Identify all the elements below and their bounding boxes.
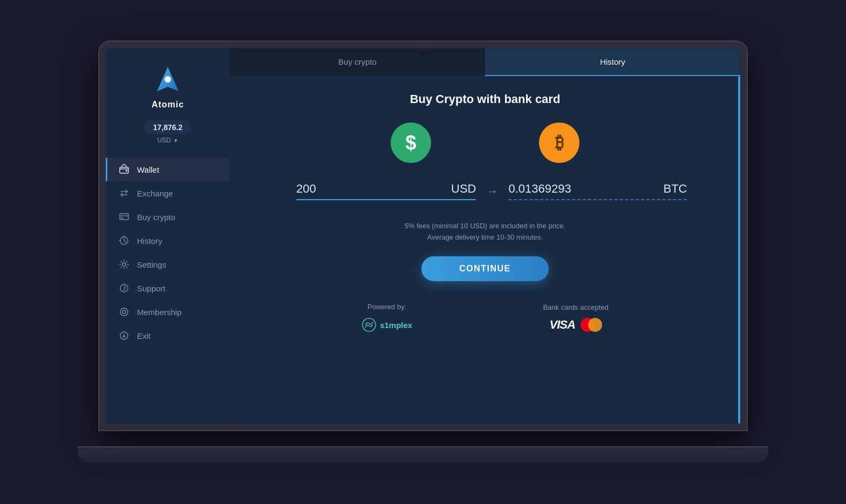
sidebar-label-membership: Membership: [137, 308, 182, 317]
laptop-notch: [420, 50, 426, 57]
sidebar-label-exit: Exit: [137, 331, 151, 340]
sidebar-item-buy-crypto[interactable]: Buy crypto: [106, 205, 230, 229]
footer-row: Powered by: s1mplex Ban: [296, 303, 674, 332]
to-field: BTC: [508, 182, 687, 200]
mastercard-logo: [581, 318, 602, 332]
sidebar-label-support: Support: [137, 284, 166, 293]
laptop-base: [78, 446, 768, 462]
payment-logos: VISA: [549, 318, 602, 332]
page-title: Buy Crypto with bank card: [410, 92, 561, 106]
svg-point-7: [120, 284, 128, 292]
from-currency: USD: [451, 182, 476, 196]
currency-icons-row: $ ₿: [391, 122, 579, 163]
sidebar-item-support[interactable]: Support: [106, 276, 230, 300]
app-name: Atomic: [152, 100, 184, 110]
cards-label: Bank cards accepted: [543, 303, 608, 311]
svg-rect-3: [120, 214, 128, 220]
cards-col: Bank cards accepted VISA: [543, 303, 608, 332]
simplex-logo: s1mplex: [361, 317, 412, 332]
tab-buy-crypto[interactable]: Buy crypto: [230, 48, 485, 76]
svg-point-8: [120, 308, 128, 316]
delivery-text: Average delivery time 10-30 minutes.: [405, 233, 565, 241]
from-amount-input[interactable]: [296, 182, 445, 196]
balance-badge: 17,876.2: [145, 120, 192, 134]
simplex-icon: [361, 317, 377, 332]
history-icon: [119, 235, 129, 246]
logo-area: Atomic: [152, 64, 184, 110]
sidebar-label-exchange: Exchange: [137, 189, 173, 198]
scroll-indicator: [738, 76, 740, 424]
tabs-header: Buy crypto History: [230, 48, 740, 76]
fee-text: 5% fees (minimal 10 USD) are included in…: [405, 222, 565, 230]
sidebar-item-exit[interactable]: Exit: [106, 324, 230, 348]
exit-icon: [119, 330, 129, 341]
exchange-arrow-icon: →: [487, 185, 497, 197]
tab-history[interactable]: History: [485, 48, 740, 76]
powered-by-label: Powered by:: [367, 303, 406, 311]
btc-icon: ₿: [539, 122, 579, 163]
mastercard-orange-circle: [588, 318, 602, 332]
membership-icon: [119, 307, 129, 317]
atomic-logo-icon: [152, 64, 184, 97]
currency-selector[interactable]: USD ▼: [157, 137, 178, 144]
currency-dropdown-arrow: ▼: [173, 138, 179, 144]
exchange-icon: [119, 188, 129, 199]
exchange-row: USD → BTC: [296, 182, 674, 200]
fee-info: 5% fees (minimal 10 USD) are included in…: [405, 222, 565, 241]
sidebar-item-exchange[interactable]: Exchange: [106, 181, 230, 205]
nav-menu: Wallet Exchange: [106, 158, 230, 348]
to-currency: BTC: [663, 182, 687, 196]
sidebar-label-settings: Settings: [137, 260, 166, 269]
to-input-wrap: BTC: [508, 182, 687, 200]
svg-point-10: [363, 318, 376, 331]
sidebar-item-history[interactable]: History: [106, 229, 230, 253]
sidebar-item-wallet[interactable]: Wallet: [106, 158, 230, 181]
support-icon: [119, 283, 129, 294]
settings-icon: [119, 259, 129, 270]
sidebar-item-settings[interactable]: Settings: [106, 253, 230, 276]
svg-point-6: [122, 263, 126, 266]
svg-rect-2: [126, 170, 127, 172]
to-amount-input[interactable]: [508, 182, 657, 196]
main-content: Buy crypto History Buy Crypto with bank …: [230, 48, 740, 424]
sidebar: Atomic 17,876.2 USD ▼: [106, 48, 230, 424]
visa-logo: VISA: [549, 318, 575, 332]
sidebar-label-history: History: [137, 236, 162, 246]
wallet-icon: [119, 164, 129, 175]
sidebar-item-membership[interactable]: Membership: [106, 300, 230, 324]
from-input-wrap: USD: [296, 182, 476, 200]
sidebar-label-buy-crypto: Buy crypto: [137, 213, 175, 222]
powered-by-col: Powered by: s1mplex: [361, 303, 412, 332]
usd-icon: $: [391, 122, 431, 163]
svg-rect-4: [121, 217, 123, 219]
content-panel: Buy Crypto with bank card $ ₿: [230, 76, 740, 424]
buy-crypto-icon: [119, 212, 129, 222]
sidebar-label-wallet: Wallet: [137, 165, 159, 174]
from-field: USD: [296, 182, 476, 200]
continue-button[interactable]: CONTINUE: [421, 256, 549, 281]
simplex-name: s1mplex: [380, 321, 412, 330]
